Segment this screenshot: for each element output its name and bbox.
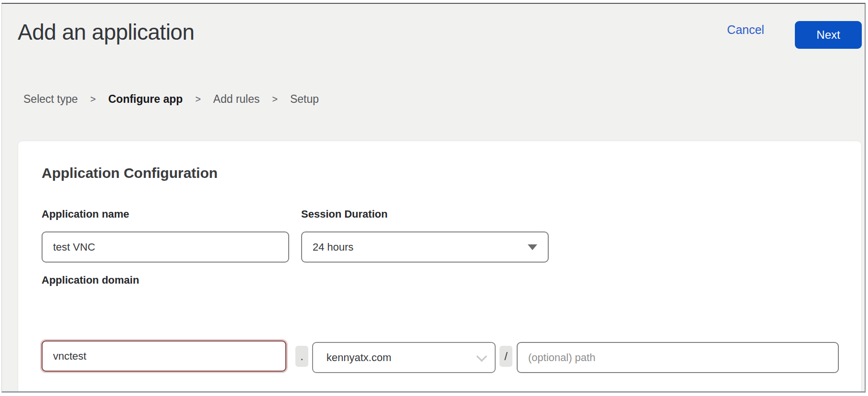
app-window: Add an application Cancel Next Select ty…	[1, 3, 866, 393]
chevron-down-icon	[477, 351, 488, 362]
step-separator-icon: >	[90, 94, 96, 105]
application-domain-label: Application domain	[42, 274, 139, 286]
step-setup[interactable]: Setup	[290, 93, 319, 106]
next-button[interactable]: Next	[795, 21, 862, 49]
application-name-label: Application name	[42, 208, 129, 220]
session-duration-label: Session Duration	[301, 208, 388, 220]
path-input[interactable]	[517, 342, 839, 373]
configuration-card: Application Configuration Application na…	[18, 141, 862, 393]
step-select-type[interactable]: Select type	[23, 93, 78, 106]
application-name-input[interactable]	[42, 231, 289, 263]
step-configure-app[interactable]: Configure app	[108, 93, 183, 106]
caret-down-icon	[528, 244, 537, 250]
subdomain-input[interactable]	[42, 341, 286, 372]
domain-select[interactable]: kennyatx.com	[312, 342, 496, 373]
step-separator-icon: >	[195, 94, 201, 105]
session-duration-value: 24 hours	[313, 241, 354, 253]
cancel-button[interactable]: Cancel	[717, 23, 774, 37]
slash-separator: /	[499, 346, 512, 367]
section-title: Application Configuration	[42, 165, 217, 181]
step-separator-icon: >	[272, 94, 278, 105]
session-duration-select[interactable]: 24 hours	[301, 231, 549, 263]
dot-separator: .	[295, 346, 308, 367]
domain-value: kennyatx.com	[326, 352, 391, 364]
page-title: Add an application	[18, 19, 195, 45]
wizard-stepper: Select type > Configure app > Add rules …	[23, 93, 319, 106]
step-add-rules[interactable]: Add rules	[213, 93, 260, 106]
